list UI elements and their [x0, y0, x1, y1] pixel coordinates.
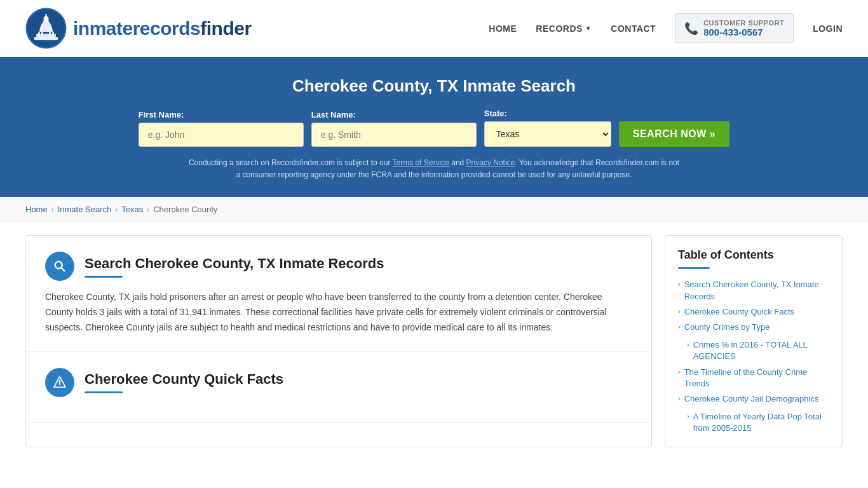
quickfacts-section: Cherokee County Quick Facts [26, 352, 651, 423]
state-select[interactable]: Texas Alabama Alaska Arizona California … [484, 121, 611, 147]
customer-support-box[interactable]: 📞 CUSTOMER SUPPORT 800-433-0567 [675, 13, 794, 43]
toc-item-2: › Cherokee County Quick Facts [678, 306, 829, 318]
search-section-title: Search Cherokee County, TX Inmate Record… [85, 255, 384, 272]
disclaimer-text: Conducting a search on Recordsfinder.com… [186, 157, 682, 181]
svg-rect-6 [38, 32, 40, 37]
toc-divider [678, 267, 710, 269]
toc-link-3[interactable]: County Crimes by Type [684, 322, 770, 333]
breadcrumb-sep-2: › [115, 205, 118, 214]
svg-rect-8 [49, 32, 51, 37]
table-of-contents: Table of Contents › Search Cherokee Coun… [665, 235, 843, 447]
svg-rect-9 [52, 32, 54, 37]
content-left: Search Cherokee County, TX Inmate Record… [25, 235, 652, 447]
search-button[interactable]: SEARCH NOW » [619, 121, 729, 147]
toc-link-2[interactable]: Cherokee County Quick Facts [684, 306, 794, 318]
chevron-right-icon-6: › [678, 395, 681, 402]
breadcrumb-texas[interactable]: Texas [121, 205, 143, 214]
login-button[interactable]: LOGIN [813, 24, 843, 34]
search-section-icon [45, 252, 74, 281]
toc-link-1[interactable]: Search Cherokee County, TX Inmate Record… [684, 279, 829, 302]
last-name-input[interactable] [311, 123, 477, 147]
breadcrumb-home[interactable]: Home [25, 205, 48, 214]
last-name-label: Last Name: [311, 110, 356, 119]
site-header: inmaterecordsfinder HOME RECORDS ▼ CONTA… [0, 0, 868, 57]
nav-records[interactable]: RECORDS ▼ [536, 24, 592, 34]
search-banner: Cherokee County, TX Inmate Search First … [0, 57, 868, 197]
quickfacts-title-underline [85, 391, 123, 393]
breadcrumb-sep-3: › [147, 205, 149, 214]
search-banner-title: Cherokee County, TX Inmate Search [25, 76, 843, 96]
state-group: State: Texas Alabama Alaska Arizona Cali… [484, 109, 611, 147]
toc-item-4: › Crimes % in 2016 - TOTAL ALL AGENCIES [687, 339, 829, 362]
toc-item-5: › The Timeline of the County Crime Trend… [678, 367, 829, 390]
svg-rect-5 [46, 14, 47, 18]
quickfacts-section-header: Cherokee County Quick Facts [45, 368, 632, 397]
quickfacts-title-group: Cherokee County Quick Facts [85, 371, 283, 393]
logo[interactable]: inmaterecordsfinder [25, 8, 252, 49]
nav-contact[interactable]: CONTACT [611, 24, 656, 34]
search-form: First Name: Last Name: State: Texas Alab… [25, 109, 843, 147]
breadcrumb-sep-1: › [51, 205, 54, 214]
chevron-right-icon-4: › [687, 341, 689, 348]
magnifier-icon [53, 259, 67, 273]
sidebar-right: Table of Contents › Search Cherokee Coun… [665, 235, 843, 447]
quickfacts-section-icon [45, 368, 74, 397]
nav-home[interactable]: HOME [489, 24, 517, 34]
chevron-right-icon-2: › [678, 308, 681, 315]
phone-icon: 📞 [684, 22, 698, 36]
chevron-right-icon-7: › [687, 412, 689, 420]
first-name-input[interactable] [139, 123, 304, 147]
svg-rect-7 [41, 32, 43, 37]
search-section-body: Cherokee County, TX jails hold prisoners… [45, 290, 632, 335]
logo-wordmark: inmaterecordsfinder [73, 18, 252, 39]
toc-link-6[interactable]: Cherokee County Jail Demographics [684, 393, 819, 405]
state-label: State: [484, 109, 507, 118]
toc-item-3: › County Crimes by Type [678, 322, 829, 333]
privacy-link[interactable]: Privacy Notice [466, 158, 515, 167]
toc-link-4[interactable]: Crimes % in 2016 - TOTAL ALL AGENCIES [693, 339, 829, 362]
tos-link[interactable]: Terms of Service [393, 158, 449, 167]
breadcrumb: Home › Inmate Search › Texas › Cherokee … [0, 197, 868, 222]
breadcrumb-inmate-search[interactable]: Inmate Search [58, 205, 112, 214]
search-section-title-group: Search Cherokee County, TX Inmate Record… [85, 255, 384, 278]
logo-icon [25, 8, 67, 49]
toc-item-6: › Cherokee County Jail Demographics [678, 393, 829, 405]
chevron-down-icon: ▼ [585, 25, 592, 32]
search-section: Search Cherokee County, TX Inmate Record… [26, 236, 651, 351]
first-name-label: First Name: [139, 110, 184, 119]
support-info: CUSTOMER SUPPORT 800-433-0567 [703, 19, 784, 37]
toc-item-1: › Search Cherokee County, TX Inmate Reco… [678, 279, 829, 302]
search-section-header: Search Cherokee County, TX Inmate Record… [45, 252, 632, 281]
info-icon [53, 376, 67, 390]
svg-line-11 [61, 268, 64, 271]
main-content: Search Cherokee County, TX Inmate Record… [0, 222, 868, 460]
logo-text: inmaterecordsfinder [73, 18, 252, 39]
search-title-underline [85, 276, 123, 278]
main-nav: HOME RECORDS ▼ CONTACT 📞 CUSTOMER SUPPOR… [489, 13, 843, 43]
chevron-right-icon-5: › [678, 368, 681, 376]
last-name-group: Last Name: [311, 110, 477, 147]
svg-rect-2 [34, 37, 58, 40]
toc-link-7[interactable]: A Timeline of Yearly Data Pop Total from… [693, 411, 829, 434]
breadcrumb-current: Cherokee County [153, 205, 217, 214]
toc-item-7: › A Timeline of Yearly Data Pop Total fr… [687, 411, 829, 434]
chevron-right-icon: › [678, 280, 681, 288]
chevron-right-icon-3: › [678, 323, 681, 330]
toc-list: › Search Cherokee County, TX Inmate Reco… [678, 279, 829, 434]
svg-point-13 [59, 379, 60, 381]
toc-link-5[interactable]: The Timeline of the County Crime Trends [684, 367, 829, 390]
toc-title: Table of Contents [678, 248, 829, 262]
quickfacts-section-title: Cherokee County Quick Facts [85, 371, 283, 388]
first-name-group: First Name: [139, 110, 304, 147]
